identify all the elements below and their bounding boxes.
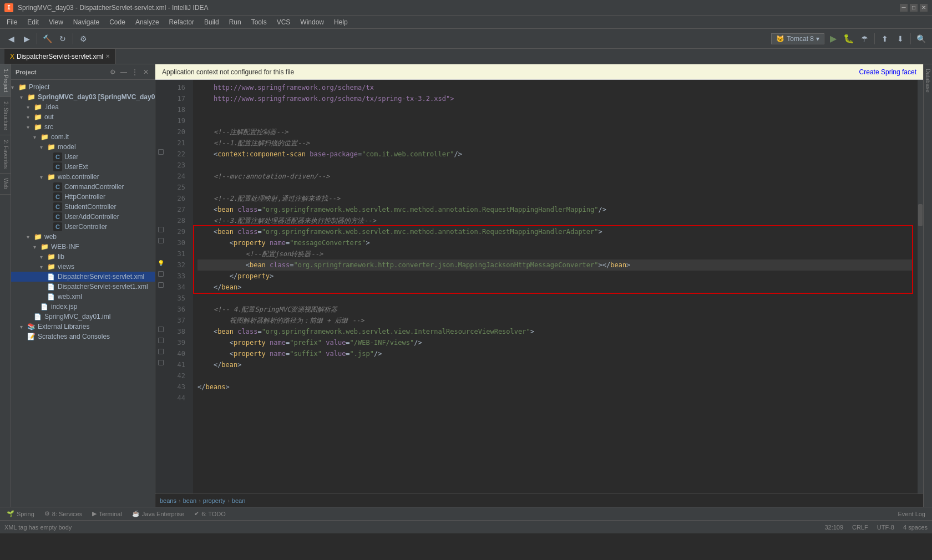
gutter-line-38 (155, 324, 166, 335)
search-everywhere-button[interactable]: 🔍 (914, 32, 928, 45)
tree-item-useraddcontroller[interactable]: CUserAddController (11, 212, 155, 222)
enterprise-tool[interactable]: ☕ Java Enterprise (128, 509, 189, 518)
settings-button[interactable]: ⚙ (77, 32, 90, 45)
menu-item-view[interactable]: View (44, 17, 68, 27)
breadcrumb-item-bean[interactable]: bean (183, 497, 196, 504)
tab-close-button[interactable]: ✕ (105, 53, 110, 59)
menu-item-window[interactable]: Window (296, 17, 328, 27)
app-icon: I (4, 3, 13, 12)
breadcrumb-item-beans[interactable]: beans (160, 497, 176, 504)
tree-item-lib[interactable]: ▾📁lib (11, 252, 155, 262)
create-spring-facet-link[interactable]: Create Spring facet (859, 68, 916, 76)
debug-button[interactable]: 🐛 (842, 32, 855, 45)
code-editor[interactable]: 💡 16171819202122232425262728293031323334… (155, 80, 923, 493)
line-number-17: 17 (166, 93, 189, 104)
minimize-button[interactable]: ─ (900, 4, 908, 12)
tree-icon: 📄 (47, 292, 55, 301)
breadcrumb-item-bean[interactable]: bean (232, 497, 245, 504)
run-button[interactable]: ▶ (827, 32, 840, 45)
code-line-40: <property name="suffix" value=".jsp"/> (197, 348, 913, 359)
tree-item-web.controller[interactable]: ▾📁web.controller (11, 172, 155, 182)
tree-item-web.xml[interactable]: 📄web.xml (11, 292, 155, 302)
tab-dispatcher-servlet[interactable]: X DispatcherServlet-servlet.xml ✕ (4, 49, 116, 64)
close-button[interactable]: ✕ (920, 4, 928, 12)
tree-item-usercontroller[interactable]: CUserController (11, 222, 155, 232)
tree-arrow: ▾ (40, 144, 47, 150)
sidebar-expand-button[interactable]: ⚙ (108, 68, 117, 77)
coverage-button[interactable]: ☂ (858, 32, 871, 45)
menu-item-analyze[interactable]: Analyze (131, 17, 164, 27)
menu-item-refactor[interactable]: Refactor (165, 17, 199, 27)
code-line-32: <bean class="org.springframework.http.co… (197, 259, 913, 271)
tomcat-dropdown-icon: ▾ (816, 35, 819, 43)
code-content[interactable]: http://www.springframework.org/schema/tx… (193, 80, 918, 493)
left-tab-web[interactable]: Web (0, 174, 11, 194)
tree-item-src[interactable]: ▾📁src (11, 122, 155, 132)
tree-item-com.it[interactable]: ▾📁com.it (11, 132, 155, 142)
tree-item-httpcontroller[interactable]: CHttpController (11, 192, 155, 202)
left-tab-project[interactable]: 1: Project (0, 64, 11, 97)
breadcrumb-item-property[interactable]: property (203, 497, 225, 504)
services-label: 8: Services (52, 511, 82, 517)
tree-item-scratches-and-consol[interactable]: 📝Scratches and Consoles (11, 332, 155, 342)
scrollbar[interactable] (918, 80, 923, 493)
event-log-tool[interactable]: Event Log (893, 510, 930, 518)
right-panel-database[interactable]: Database (924, 64, 932, 97)
tree-icon: C (53, 202, 62, 211)
tree-item-project[interactable]: ▾📁Project (11, 82, 155, 92)
tree-item-user[interactable]: CUser (11, 152, 155, 162)
vcs-button[interactable]: ⬆ (878, 32, 892, 45)
tree-item-springmvc_day03-[spr[interactable]: ▾📁SpringMVC_day03 [SpringMVC_day01] (11, 92, 155, 102)
left-tab-favorites[interactable]: 2: Favorites (0, 135, 11, 174)
tree-item-studentcontroller[interactable]: CStudentController (11, 202, 155, 212)
forward-button[interactable]: ▶ (20, 32, 33, 45)
tree-item-.idea[interactable]: ▾📁.idea (11, 102, 155, 112)
breadcrumb-separator: › (199, 497, 201, 504)
tree-item-views[interactable]: ▾📁views (11, 262, 155, 272)
todo-tool[interactable]: ✔ 6: TODO (190, 509, 230, 518)
line-number-18: 18 (166, 104, 189, 115)
tree-item-index.jsp[interactable]: 📄index.jsp (11, 302, 155, 312)
tree-item-model[interactable]: ▾📁model (11, 142, 155, 152)
tree-item-web[interactable]: ▾📁web (11, 232, 155, 242)
menu-item-help[interactable]: Help (330, 17, 352, 27)
menu-item-edit[interactable]: Edit (23, 17, 43, 27)
code-line-43: </beans> (197, 381, 913, 393)
tree-item-external-libraries[interactable]: ▾📚External Libraries (11, 322, 155, 332)
maximize-button[interactable]: □ (910, 4, 918, 12)
back-button[interactable]: ◀ (4, 32, 18, 45)
sync-button[interactable]: ↻ (56, 32, 69, 45)
update-button[interactable]: ⬇ (894, 32, 907, 45)
spring-tool[interactable]: 🌱 Spring (2, 509, 39, 518)
menu-item-navigate[interactable]: Navigate (69, 17, 104, 27)
build-button[interactable]: 🔨 (40, 32, 54, 45)
terminal-tool[interactable]: ▶ Terminal (88, 509, 126, 518)
menu-item-vcs[interactable]: VCS (272, 17, 295, 27)
menu-item-tools[interactable]: Tools (247, 17, 271, 27)
menu-item-file[interactable]: File (2, 17, 22, 27)
tomcat-selector[interactable]: 🐱 Tomcat 8 ▾ (771, 33, 824, 44)
line-number-29: 29 (166, 226, 189, 237)
menu-item-code[interactable]: Code (105, 17, 130, 27)
tree-item-springmvc_day01.iml[interactable]: 📄SpringMVC_day01.iml (11, 312, 155, 322)
tree-item-userext[interactable]: CUserExt (11, 162, 155, 172)
tree-item-out[interactable]: ▾📁out (11, 112, 155, 122)
tree-item-commandcontroller[interactable]: CCommandController (11, 182, 155, 192)
tree-icon: C (53, 192, 62, 201)
toolbar-separator-3 (874, 33, 875, 44)
window-controls[interactable]: ─ □ ✕ (900, 4, 928, 12)
sidebar-collapse-button[interactable]: — (119, 68, 128, 77)
tree-icon: 📝 (27, 332, 36, 341)
sidebar-settings-button[interactable]: ⋮ (130, 68, 139, 77)
services-icon: ⚙ (44, 510, 50, 517)
menu-item-build[interactable]: Build (200, 17, 224, 27)
sidebar-close-button[interactable]: ✕ (141, 68, 150, 77)
menu-item-run[interactable]: Run (225, 17, 246, 27)
tree-item-web-inf[interactable]: ▾📁WEB-INF (11, 242, 155, 252)
tree-icon: 📁 (47, 172, 55, 181)
tree-item-dispatcherservlet-se[interactable]: 📄DispatcherServlet-servlet1.xml (11, 282, 155, 292)
services-tool[interactable]: ⚙ 8: Services (40, 509, 87, 518)
left-tab-structure[interactable]: 2: Structure (0, 97, 11, 135)
tree-arrow: ▾ (27, 114, 33, 120)
tree-item-dispatcherservlet-se[interactable]: 📄DispatcherServlet-servlet.xml (11, 272, 155, 282)
